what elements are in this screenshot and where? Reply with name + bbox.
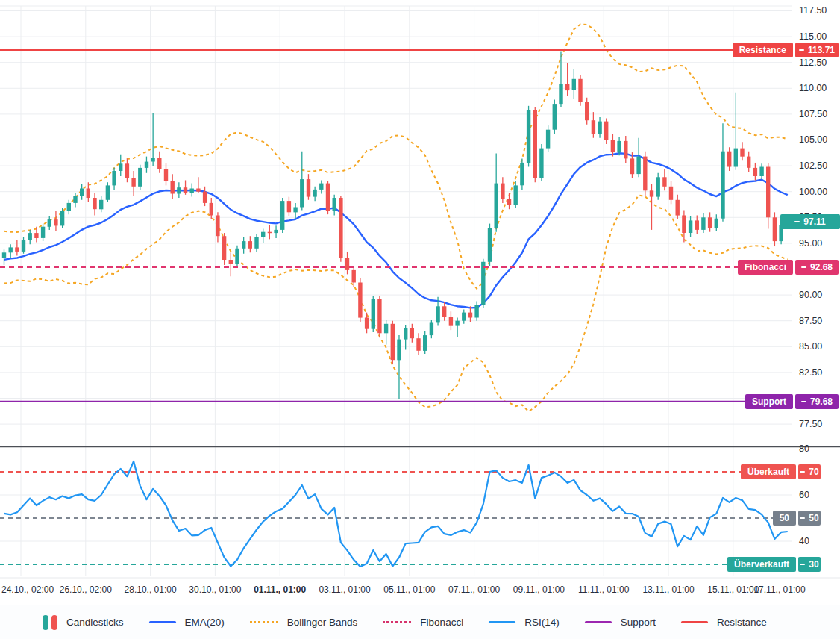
rsi-middle-value-text: 50 xyxy=(809,513,818,523)
legend-item-label: EMA(20) xyxy=(185,617,225,628)
grid-lines xyxy=(0,6,840,578)
rsi-tick-label: 60 xyxy=(799,489,809,501)
x-tick-label: 11.11., 01:00 xyxy=(578,585,629,596)
rsi-middle-badge-value: 50 xyxy=(798,511,821,526)
overbought-value-text: 70 xyxy=(809,467,818,477)
overbought-badge-value: 70 xyxy=(798,464,821,479)
tick-dash xyxy=(801,401,806,402)
legend-item-label: Candlesticks xyxy=(66,617,124,628)
line-swatch-icon xyxy=(489,621,515,624)
dotted-line-swatch-icon xyxy=(383,621,411,623)
last-price-text: 97.11 xyxy=(803,216,825,227)
x-tick-label: 05.11., 01:00 xyxy=(383,585,435,596)
oversold-badge-label: Überverkauft xyxy=(727,557,796,572)
price-tick-label: 115.00 xyxy=(799,31,827,43)
price-tick-label: 85.00 xyxy=(799,340,822,352)
candlestick-swatch-icon xyxy=(43,615,57,630)
trading-chart[interactable]: 117.50115.00112.50110.00107.50105.00102.… xyxy=(0,0,840,639)
price-tick-label: 87.50 xyxy=(799,315,822,327)
tick-dash xyxy=(799,49,804,51)
support-badge-value: 79.68 xyxy=(795,394,839,409)
legend-item-rsi-14-[interactable]: RSI(14) xyxy=(489,617,560,628)
price-tick-label: 95.00 xyxy=(799,237,822,249)
legend-item-label: Fibonacci xyxy=(420,617,463,628)
rsi-oversold-badge: Überverkauft 30 xyxy=(727,557,821,572)
ema20-path xyxy=(4,153,788,308)
legend-item-candlesticks[interactable]: Candlesticks xyxy=(43,615,124,630)
x-tick-label: 01.11., 01:00 xyxy=(254,585,306,596)
legend-item-bollinger-bands[interactable]: Bollinger Bands xyxy=(250,617,358,628)
resistance-badge-label: Resistance xyxy=(733,43,793,57)
price-tick-label: 107.50 xyxy=(799,108,827,120)
price-tick-label: 82.50 xyxy=(799,367,822,378)
fibonacci-price-badge: Fibonacci 92.68 xyxy=(738,260,839,275)
rsi-tick-label: 40 xyxy=(799,535,809,547)
legend-item-label: RSI(14) xyxy=(524,617,560,628)
rsi-levels xyxy=(0,472,792,564)
x-tick-label: 17.11., 01:00 xyxy=(753,585,805,596)
rsi-line xyxy=(4,461,788,567)
bollinger-bands xyxy=(4,25,788,412)
legend-item-label: Bollinger Bands xyxy=(287,617,358,628)
x-tick-label: 07.11., 01:00 xyxy=(448,585,500,596)
bollinger-lower-line xyxy=(4,196,788,412)
price-tick-label: 90.00 xyxy=(799,289,822,301)
overbought-badge-label: Überkauft xyxy=(741,464,796,479)
x-tick-label: 30.10., 01:00 xyxy=(189,585,241,596)
rsi-tick-label: 80 xyxy=(799,443,809,455)
legend-item-fibonacci[interactable]: Fibonacci xyxy=(383,617,463,628)
x-tick-label: 28.10., 01:00 xyxy=(125,585,177,596)
level-lines[interactable] xyxy=(0,50,792,402)
legend-item-label: Resistance xyxy=(717,617,767,628)
tick-dash xyxy=(800,564,805,565)
rsi-overbought-badge: Überkauft 70 xyxy=(741,464,821,479)
fibonacci-value-text: 92.68 xyxy=(810,262,833,272)
x-tick-label: 24.10., 02:00 xyxy=(1,585,54,596)
rsi-middle-badge-label: 50 xyxy=(773,511,796,526)
support-value-text: 79.68 xyxy=(810,396,833,407)
tick-dash xyxy=(801,266,806,268)
legend-item-ema-20-[interactable]: EMA(20) xyxy=(149,617,225,628)
price-tick-label: 112.50 xyxy=(799,57,827,69)
tick-dash xyxy=(800,471,805,473)
bollinger-upper-line xyxy=(4,25,788,289)
rsi14-path xyxy=(4,461,788,567)
chart-legend: CandlesticksEMA(20)Bollinger BandsFibona… xyxy=(0,605,840,639)
price-tick-label: 77.50 xyxy=(799,418,822,430)
price-tick-label: 117.50 xyxy=(799,4,827,16)
oversold-value-text: 30 xyxy=(809,559,818,570)
price-tick-label: 105.00 xyxy=(799,134,827,146)
oversold-badge-value: 30 xyxy=(798,557,821,572)
price-tick-label: 102.50 xyxy=(799,160,827,172)
tick-dash xyxy=(794,221,800,222)
price-tick-label: 100.00 xyxy=(799,186,827,198)
ema-line xyxy=(4,153,788,308)
x-tick-label: 13.11., 01:00 xyxy=(642,585,694,596)
line-swatch-icon xyxy=(149,621,176,624)
fibonacci-badge-label: Fibonacci xyxy=(738,260,793,275)
chart-canvas[interactable] xyxy=(0,0,840,605)
x-tick-label: 26.10., 02:00 xyxy=(60,585,112,596)
dotted-line-swatch-icon xyxy=(250,621,278,623)
legend-item-label: Support xyxy=(621,617,656,628)
x-tick-label: 03.11., 01:00 xyxy=(319,585,370,596)
last-price-value: 97.11 xyxy=(780,214,840,229)
candlestick-series[interactable] xyxy=(2,51,790,399)
line-swatch-icon xyxy=(681,621,708,624)
last-price-badge: 97.11 xyxy=(780,214,840,229)
resistance-value-text: 113.71 xyxy=(808,45,835,55)
legend-item-resistance[interactable]: Resistance xyxy=(681,617,767,628)
line-swatch-icon xyxy=(585,621,612,624)
price-tick-label: 110.00 xyxy=(799,82,827,94)
rsi-middle-badge: 50 50 xyxy=(773,511,821,526)
x-tick-label: 15.11., 01:00 xyxy=(707,585,759,596)
x-tick-label: 09.11., 01:00 xyxy=(513,585,565,596)
fibonacci-badge-value: 92.68 xyxy=(795,260,839,275)
legend-item-support[interactable]: Support xyxy=(585,617,656,628)
resistance-badge-value: 113.71 xyxy=(795,43,839,57)
support-price-badge: Support 79.68 xyxy=(745,394,839,409)
support-badge-label: Support xyxy=(745,394,793,409)
resistance-price-badge: Resistance 113.71 xyxy=(733,43,839,57)
tick-dash xyxy=(800,517,805,519)
